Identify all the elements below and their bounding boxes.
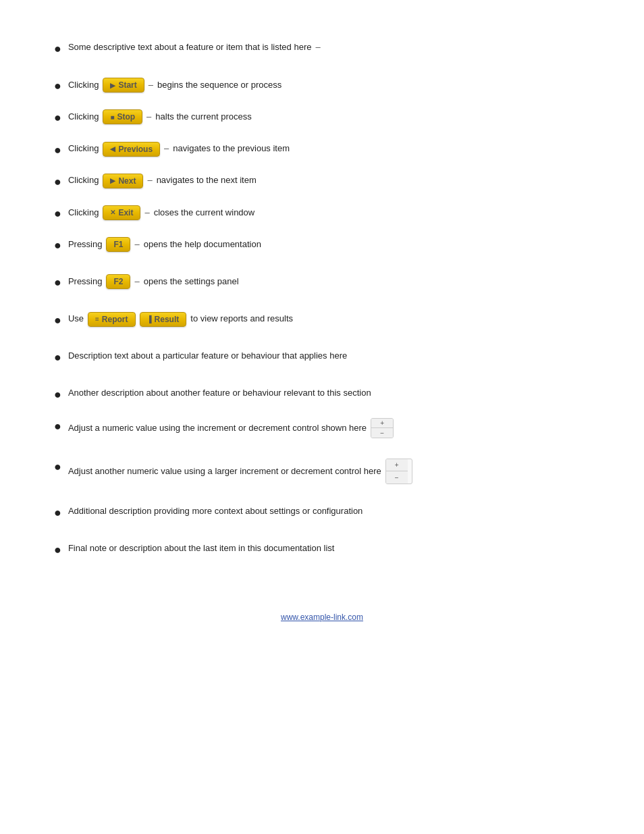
start-button[interactable]: ▶ Start bbox=[103, 78, 144, 93]
stepper2-description: Adjust another numeric value using a lar… bbox=[68, 465, 381, 479]
bullet-dot-1: ● bbox=[54, 41, 61, 57]
bullet-item-text1: ● Description text about a particular fe… bbox=[54, 349, 590, 366]
f2-label: F2 bbox=[113, 277, 123, 286]
item-content-stepper1: Adjust a numeric value using the increme… bbox=[68, 418, 394, 438]
stop-description: halts the current process bbox=[155, 110, 251, 124]
bullet-item-stepper2: ● Adjust another numeric value using a l… bbox=[54, 459, 590, 484]
item-content-exit: Clicking ✕ Exit – closes the current win… bbox=[68, 205, 254, 220]
bullet-dot-text3: ● bbox=[54, 504, 61, 521]
previous-label: Previous bbox=[118, 145, 153, 154]
dash-f1: – bbox=[134, 238, 139, 252]
stepper1-description: Adjust a numeric value using the increme… bbox=[68, 421, 367, 436]
item-content-start: Clicking ▶ Start – begins the sequence o… bbox=[68, 78, 281, 93]
bullet-dot-stepper2: ● bbox=[54, 459, 61, 475]
bullet-item-text3: ● Additional description providing more … bbox=[54, 504, 590, 521]
item-content-report-result: Use ≡ Report ▐ Result to view reports an… bbox=[68, 312, 293, 327]
previous-button[interactable]: ◀ Previous bbox=[103, 142, 160, 157]
dash-stop: – bbox=[146, 110, 151, 124]
stepper-2[interactable]: + − bbox=[385, 459, 412, 484]
stop-icon: ■ bbox=[110, 113, 114, 121]
stepper-1-increment[interactable]: + bbox=[371, 419, 393, 428]
text1-description: Description text about a particular feat… bbox=[68, 349, 347, 363]
item-content-f1: Pressing F1 – opens the help documentati… bbox=[68, 237, 261, 252]
result-button[interactable]: ▐ Result bbox=[140, 312, 187, 327]
previous-icon: ◀ bbox=[110, 145, 115, 153]
start-description: begins the sequence or process bbox=[157, 78, 281, 93]
previous-description: navigates to the previous item bbox=[173, 142, 290, 156]
item-content-f2: Pressing F2 – opens the settings panel bbox=[68, 274, 239, 289]
item-content-text1: Description text about a particular feat… bbox=[68, 349, 347, 363]
footer-link[interactable]: www.example-link.com bbox=[281, 613, 363, 622]
item-label-f2: Pressing bbox=[68, 275, 103, 289]
bullet-dot-text1: ● bbox=[54, 349, 61, 366]
bullet-item-stop: ● Clicking ■ Stop – halts the current pr… bbox=[54, 109, 590, 126]
exit-description: closes the current window bbox=[154, 206, 255, 220]
item-content-stop: Clicking ■ Stop – halts the current proc… bbox=[68, 109, 252, 124]
f1-button[interactable]: F1 bbox=[106, 237, 130, 252]
bullet-dot-text2: ● bbox=[54, 386, 61, 403]
exit-icon: ✕ bbox=[110, 209, 115, 216]
f1-label: F1 bbox=[113, 240, 123, 249]
next-button[interactable]: ▶ Next bbox=[103, 174, 143, 188]
item-content-previous: Clicking ◀ Previous – navigates to the p… bbox=[68, 142, 290, 157]
next-icon: ▶ bbox=[110, 177, 115, 184]
report-label: Report bbox=[102, 315, 128, 324]
item-label-report: Use bbox=[68, 312, 84, 326]
bullet-item-f2: ● Pressing F2 – opens the settings panel bbox=[54, 274, 590, 291]
item-label-stop: Clicking bbox=[68, 110, 99, 124]
bullet-dot-stop: ● bbox=[54, 109, 61, 126]
bullet-item-text2: ● Another description about another feat… bbox=[54, 386, 590, 403]
bullet-item-stepper1: ● Adjust a numeric value using the incre… bbox=[54, 418, 590, 438]
item-content-1: Some descriptive text about a feature or… bbox=[68, 41, 321, 55]
stop-label: Stop bbox=[117, 112, 135, 122]
item-label-start: Clicking bbox=[68, 78, 99, 93]
bullet-item-start: ● Clicking ▶ Start – begins the sequence… bbox=[54, 78, 590, 95]
exit-label: Exit bbox=[118, 208, 133, 217]
item-label-previous: Clicking bbox=[68, 142, 99, 156]
result-label: Result bbox=[155, 315, 180, 324]
dash-start: – bbox=[149, 78, 153, 93]
bullet-item-next: ● Clicking ▶ Next – navigates to the nex… bbox=[54, 174, 590, 190]
item-label-f1: Pressing bbox=[68, 238, 103, 252]
dash-1: – bbox=[315, 41, 320, 55]
stop-button[interactable]: ■ Stop bbox=[103, 109, 142, 124]
result-icon: ▐ bbox=[147, 315, 152, 323]
bullet-dot-text4: ● bbox=[54, 542, 61, 558]
item-content-text3: Additional description providing more co… bbox=[68, 504, 363, 519]
exit-button[interactable]: ✕ Exit bbox=[103, 205, 140, 220]
start-icon: ▶ bbox=[110, 82, 115, 89]
f1-description: opens the help documentation bbox=[144, 238, 261, 252]
stepper-1-decrement[interactable]: − bbox=[371, 428, 393, 438]
report-icon: ≡ bbox=[95, 315, 99, 323]
f2-description: opens the settings panel bbox=[144, 275, 239, 289]
bullet-item-1: ● Some descriptive text about a feature … bbox=[54, 41, 590, 57]
bullet-item-text4: ● Final note or description about the la… bbox=[54, 542, 590, 558]
bullet-dot-stepper1: ● bbox=[54, 418, 61, 435]
bullet-item-f1: ● Pressing F1 – opens the help documenta… bbox=[54, 237, 590, 254]
dash-f2: – bbox=[134, 275, 139, 289]
bullet-dot-start: ● bbox=[54, 78, 61, 95]
item-content-next: Clicking ▶ Next – navigates to the next … bbox=[68, 174, 257, 188]
dash-exit: – bbox=[144, 206, 149, 220]
item-content-text4: Final note or description about the last… bbox=[68, 542, 335, 556]
start-label: Start bbox=[118, 80, 136, 90]
bullet-item-report-result: ● Use ≡ Report ▐ Result to view reports … bbox=[54, 312, 590, 329]
bullet-dot-previous: ● bbox=[54, 142, 61, 159]
dash-previous: – bbox=[164, 142, 169, 156]
item-content-stepper2: Adjust another numeric value using a lar… bbox=[68, 459, 412, 484]
report-button[interactable]: ≡ Report bbox=[88, 312, 136, 327]
next-label: Next bbox=[118, 176, 136, 186]
footer-section: www.example-link.com bbox=[54, 613, 590, 622]
bullet-dot-f2: ● bbox=[54, 274, 61, 291]
text4-description: Final note or description about the last… bbox=[68, 542, 335, 556]
stepper-2-decrement[interactable]: − bbox=[386, 471, 408, 484]
bullet-dot-f1: ● bbox=[54, 237, 61, 254]
bullet-item-exit: ● Clicking ✕ Exit – closes the current w… bbox=[54, 205, 590, 222]
item-label-next: Clicking bbox=[68, 174, 99, 188]
item-content-text2: Another description about another featur… bbox=[68, 386, 371, 400]
bullet-item-previous: ● Clicking ◀ Previous – navigates to the… bbox=[54, 142, 590, 159]
f2-button[interactable]: F2 bbox=[106, 274, 130, 289]
item-text-1: Some descriptive text about a feature or… bbox=[68, 41, 312, 55]
stepper-1[interactable]: + − bbox=[371, 418, 394, 438]
stepper-2-increment[interactable]: + bbox=[386, 459, 408, 471]
